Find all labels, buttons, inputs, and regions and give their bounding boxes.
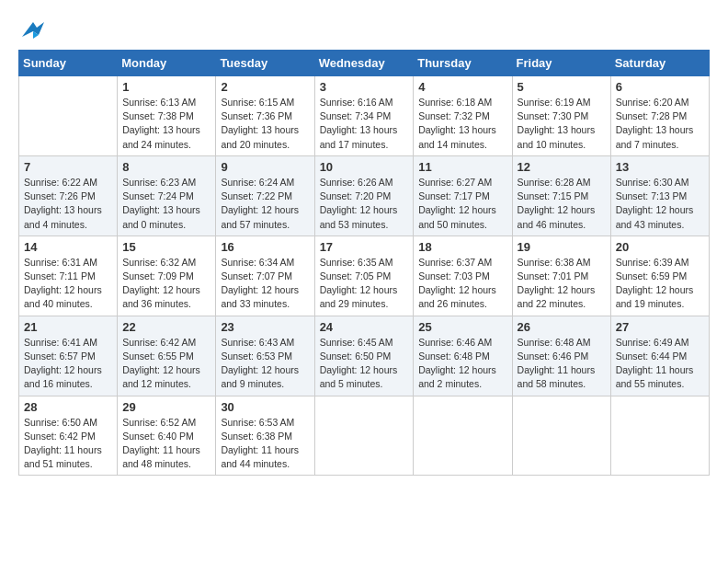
empty-cell (414, 396, 512, 476)
day-number: 2 (221, 80, 309, 94)
day-number: 27 (616, 320, 704, 334)
day-info: Sunrise: 6:42 AMSunset: 6:55 PMDaylight:… (122, 336, 210, 392)
empty-cell (610, 396, 709, 476)
week-row-5: 28Sunrise: 6:50 AMSunset: 6:42 PMDayligh… (19, 396, 710, 476)
day-cell-23: 23Sunrise: 6:43 AMSunset: 6:53 PMDayligh… (216, 316, 314, 396)
empty-cell (314, 396, 414, 476)
day-cell-3: 3Sunrise: 6:16 AMSunset: 7:34 PMDaylight… (314, 76, 414, 156)
day-info: Sunrise: 6:48 AMSunset: 6:46 PMDaylight:… (518, 336, 606, 392)
logo-icon (18, 18, 48, 40)
calendar-table: SundayMondayTuesdayWednesdayThursdayFrid… (18, 50, 710, 476)
day-cell-5: 5Sunrise: 6:19 AMSunset: 7:30 PMDaylight… (512, 76, 610, 156)
day-cell-8: 8Sunrise: 6:23 AMSunset: 7:24 PMDaylight… (118, 155, 216, 236)
day-cell-28: 28Sunrise: 6:50 AMSunset: 6:42 PMDayligh… (19, 396, 118, 476)
day-number: 30 (221, 400, 309, 414)
day-info: Sunrise: 6:45 AMSunset: 6:50 PMDaylight:… (320, 336, 409, 392)
day-cell-17: 17Sunrise: 6:35 AMSunset: 7:05 PMDayligh… (314, 236, 414, 316)
day-number: 4 (418, 80, 506, 94)
day-number: 26 (518, 320, 606, 334)
day-number: 13 (616, 160, 704, 174)
day-cell-13: 13Sunrise: 6:30 AMSunset: 7:13 PMDayligh… (610, 155, 709, 236)
day-number: 20 (616, 240, 704, 254)
weekday-header-row: SundayMondayTuesdayWednesdayThursdayFrid… (19, 51, 710, 76)
day-number: 14 (24, 240, 112, 254)
day-info: Sunrise: 6:37 AMSunset: 7:03 PMDaylight:… (418, 256, 506, 312)
day-cell-9: 9Sunrise: 6:24 AMSunset: 7:22 PMDaylight… (216, 155, 314, 236)
day-cell-2: 2Sunrise: 6:15 AMSunset: 7:36 PMDaylight… (216, 76, 314, 156)
day-info: Sunrise: 6:19 AMSunset: 7:30 PMDaylight:… (518, 96, 606, 152)
day-number: 5 (518, 80, 606, 94)
week-row-3: 14Sunrise: 6:31 AMSunset: 7:11 PMDayligh… (19, 236, 710, 316)
day-number: 1 (122, 80, 210, 94)
day-info: Sunrise: 6:28 AMSunset: 7:15 PMDaylight:… (518, 176, 606, 232)
week-row-2: 7Sunrise: 6:22 AMSunset: 7:26 PMDaylight… (19, 155, 710, 236)
logo (18, 18, 50, 40)
day-number: 3 (320, 80, 409, 94)
empty-cell (19, 76, 118, 156)
weekday-header-saturday: Saturday (610, 51, 709, 76)
day-number: 18 (418, 240, 506, 254)
day-number: 10 (320, 160, 409, 174)
day-cell-24: 24Sunrise: 6:45 AMSunset: 6:50 PMDayligh… (314, 316, 414, 396)
day-info: Sunrise: 6:26 AMSunset: 7:20 PMDaylight:… (320, 176, 409, 232)
day-number: 7 (24, 160, 112, 174)
day-info: Sunrise: 6:49 AMSunset: 6:44 PMDaylight:… (616, 336, 704, 392)
day-number: 8 (122, 160, 210, 174)
day-info: Sunrise: 6:30 AMSunset: 7:13 PMDaylight:… (616, 176, 704, 232)
day-info: Sunrise: 6:31 AMSunset: 7:11 PMDaylight:… (24, 256, 112, 312)
day-info: Sunrise: 6:39 AMSunset: 6:59 PMDaylight:… (616, 256, 704, 312)
day-cell-20: 20Sunrise: 6:39 AMSunset: 6:59 PMDayligh… (610, 236, 709, 316)
day-info: Sunrise: 6:41 AMSunset: 6:57 PMDaylight:… (24, 336, 112, 392)
day-number: 23 (221, 320, 309, 334)
day-info: Sunrise: 6:53 AMSunset: 6:38 PMDaylight:… (221, 416, 309, 472)
day-cell-22: 22Sunrise: 6:42 AMSunset: 6:55 PMDayligh… (118, 316, 216, 396)
day-number: 24 (320, 320, 409, 334)
day-info: Sunrise: 6:32 AMSunset: 7:09 PMDaylight:… (122, 256, 210, 312)
day-cell-4: 4Sunrise: 6:18 AMSunset: 7:32 PMDaylight… (414, 76, 512, 156)
day-cell-27: 27Sunrise: 6:49 AMSunset: 6:44 PMDayligh… (610, 316, 709, 396)
day-number: 22 (122, 320, 210, 334)
day-info: Sunrise: 6:16 AMSunset: 7:34 PMDaylight:… (320, 96, 409, 152)
day-number: 12 (518, 160, 606, 174)
weekday-header-sunday: Sunday (19, 51, 118, 76)
day-cell-26: 26Sunrise: 6:48 AMSunset: 6:46 PMDayligh… (512, 316, 610, 396)
day-info: Sunrise: 6:20 AMSunset: 7:28 PMDaylight:… (616, 96, 704, 152)
day-cell-21: 21Sunrise: 6:41 AMSunset: 6:57 PMDayligh… (19, 316, 118, 396)
day-info: Sunrise: 6:46 AMSunset: 6:48 PMDaylight:… (418, 336, 506, 392)
day-info: Sunrise: 6:38 AMSunset: 7:01 PMDaylight:… (518, 256, 606, 312)
day-number: 9 (221, 160, 309, 174)
weekday-header-tuesday: Tuesday (216, 51, 314, 76)
day-number: 19 (518, 240, 606, 254)
day-number: 16 (221, 240, 309, 254)
day-info: Sunrise: 6:18 AMSunset: 7:32 PMDaylight:… (418, 96, 506, 152)
day-cell-10: 10Sunrise: 6:26 AMSunset: 7:20 PMDayligh… (314, 155, 414, 236)
day-cell-16: 16Sunrise: 6:34 AMSunset: 7:07 PMDayligh… (216, 236, 314, 316)
day-cell-14: 14Sunrise: 6:31 AMSunset: 7:11 PMDayligh… (19, 236, 118, 316)
day-cell-19: 19Sunrise: 6:38 AMSunset: 7:01 PMDayligh… (512, 236, 610, 316)
day-number: 28 (24, 400, 112, 414)
day-number: 25 (418, 320, 506, 334)
week-row-1: 1Sunrise: 6:13 AMSunset: 7:38 PMDaylight… (19, 76, 710, 156)
day-info: Sunrise: 6:24 AMSunset: 7:22 PMDaylight:… (221, 176, 309, 232)
weekday-header-wednesday: Wednesday (314, 51, 414, 76)
day-number: 21 (24, 320, 112, 334)
day-number: 29 (122, 400, 210, 414)
week-row-4: 21Sunrise: 6:41 AMSunset: 6:57 PMDayligh… (19, 316, 710, 396)
day-cell-7: 7Sunrise: 6:22 AMSunset: 7:26 PMDaylight… (19, 155, 118, 236)
day-cell-12: 12Sunrise: 6:28 AMSunset: 7:15 PMDayligh… (512, 155, 610, 236)
day-cell-11: 11Sunrise: 6:27 AMSunset: 7:17 PMDayligh… (414, 155, 512, 236)
day-info: Sunrise: 6:27 AMSunset: 7:17 PMDaylight:… (418, 176, 506, 232)
header (18, 18, 710, 40)
day-info: Sunrise: 6:23 AMSunset: 7:24 PMDaylight:… (122, 176, 210, 232)
day-info: Sunrise: 6:22 AMSunset: 7:26 PMDaylight:… (24, 176, 112, 232)
day-number: 17 (320, 240, 409, 254)
day-info: Sunrise: 6:52 AMSunset: 6:40 PMDaylight:… (122, 416, 210, 472)
day-cell-6: 6Sunrise: 6:20 AMSunset: 7:28 PMDaylight… (610, 76, 709, 156)
day-cell-15: 15Sunrise: 6:32 AMSunset: 7:09 PMDayligh… (118, 236, 216, 316)
weekday-header-thursday: Thursday (414, 51, 512, 76)
day-cell-18: 18Sunrise: 6:37 AMSunset: 7:03 PMDayligh… (414, 236, 512, 316)
day-info: Sunrise: 6:35 AMSunset: 7:05 PMDaylight:… (320, 256, 409, 312)
day-info: Sunrise: 6:50 AMSunset: 6:42 PMDaylight:… (24, 416, 112, 472)
day-info: Sunrise: 6:15 AMSunset: 7:36 PMDaylight:… (221, 96, 309, 152)
day-number: 6 (616, 80, 704, 94)
